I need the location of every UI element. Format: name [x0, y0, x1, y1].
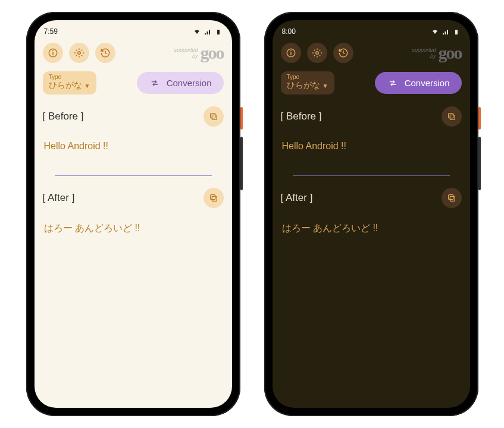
after-text: はろー あんどろいど !!: [43, 222, 224, 235]
copy-icon: [447, 112, 456, 121]
svg-rect-19: [448, 195, 453, 200]
brand-logo: supported by goo: [174, 43, 223, 63]
goo-logo: goo: [201, 43, 224, 63]
status-bar: 7:59: [35, 20, 232, 37]
svg-rect-17: [448, 114, 453, 118]
copy-before-button[interactable]: [204, 106, 224, 127]
info-button[interactable]: [281, 43, 301, 63]
type-selector[interactable]: Type ひらがな ▼: [281, 71, 334, 95]
copy-before-button[interactable]: [442, 106, 462, 127]
settings-button[interactable]: [307, 43, 327, 63]
svg-rect-11: [455, 30, 458, 34]
chevron-down-icon: ▼: [323, 83, 328, 89]
copy-after-button[interactable]: [442, 188, 462, 208]
svg-point-15: [315, 52, 318, 55]
type-value: ひらがな: [287, 80, 320, 91]
type-label: Type: [287, 74, 328, 80]
svg-rect-7: [210, 114, 215, 118]
phone-light: 7:59: [26, 12, 240, 416]
svg-point-5: [77, 52, 80, 55]
settings-button[interactable]: [69, 43, 89, 63]
copy-icon: [209, 112, 218, 121]
goo-logo: goo: [439, 43, 462, 63]
conversion-button[interactable]: Conversion: [375, 72, 462, 94]
conversion-label: Conversion: [167, 78, 212, 88]
svg-rect-9: [210, 195, 215, 200]
type-label: Type: [49, 74, 90, 80]
conversion-label: Conversion: [405, 78, 450, 88]
svg-rect-18: [450, 196, 455, 201]
after-heading: [ After ]: [43, 192, 75, 204]
svg-rect-16: [450, 115, 455, 119]
swap-icon: [387, 79, 399, 87]
gear-icon: [312, 48, 323, 58]
info-icon: [286, 48, 296, 58]
before-text[interactable]: Hello Android !!: [43, 141, 224, 152]
svg-point-14: [290, 51, 291, 51]
copy-after-button[interactable]: [204, 188, 224, 208]
supported-by-text: supported by: [174, 48, 198, 59]
type-selector[interactable]: Type ひらがな ▼: [43, 71, 96, 95]
before-heading: [ Before ]: [43, 111, 84, 122]
supported-by-text: supported by: [412, 48, 436, 59]
conversion-button[interactable]: Conversion: [137, 72, 224, 94]
status-time: 8:00: [282, 27, 296, 36]
before-text[interactable]: Hello Android !!: [281, 141, 462, 152]
before-heading: [ Before ]: [281, 111, 322, 122]
history-button[interactable]: [333, 43, 353, 63]
svg-rect-6: [212, 115, 217, 119]
copy-icon: [447, 193, 456, 203]
battery-icon: [452, 29, 461, 36]
section-divider: [293, 175, 450, 176]
svg-rect-8: [212, 196, 217, 201]
status-time: 7:59: [44, 27, 58, 36]
phone-dark: 8:00: [264, 12, 478, 416]
chevron-down-icon: ▼: [84, 83, 90, 89]
after-text: はろー あんどろいど !!: [281, 222, 462, 235]
section-divider: [55, 175, 212, 176]
info-icon: [48, 48, 58, 58]
after-heading: [ After ]: [281, 192, 313, 204]
type-value: ひらがな: [49, 80, 82, 91]
brand-logo: supported by goo: [412, 43, 461, 63]
signal-icon: [442, 29, 450, 36]
status-bar: 8:00: [273, 20, 470, 37]
swap-icon: [149, 79, 161, 87]
history-icon: [100, 48, 111, 58]
copy-icon: [209, 193, 218, 203]
wifi-icon: [431, 29, 439, 36]
info-button[interactable]: [43, 43, 63, 63]
signal-icon: [204, 29, 212, 36]
wifi-icon: [193, 29, 201, 36]
history-button[interactable]: [95, 43, 115, 63]
battery-icon: [214, 29, 223, 36]
svg-point-4: [52, 51, 53, 51]
svg-rect-1: [217, 30, 220, 34]
history-icon: [338, 48, 349, 58]
gear-icon: [74, 48, 84, 58]
